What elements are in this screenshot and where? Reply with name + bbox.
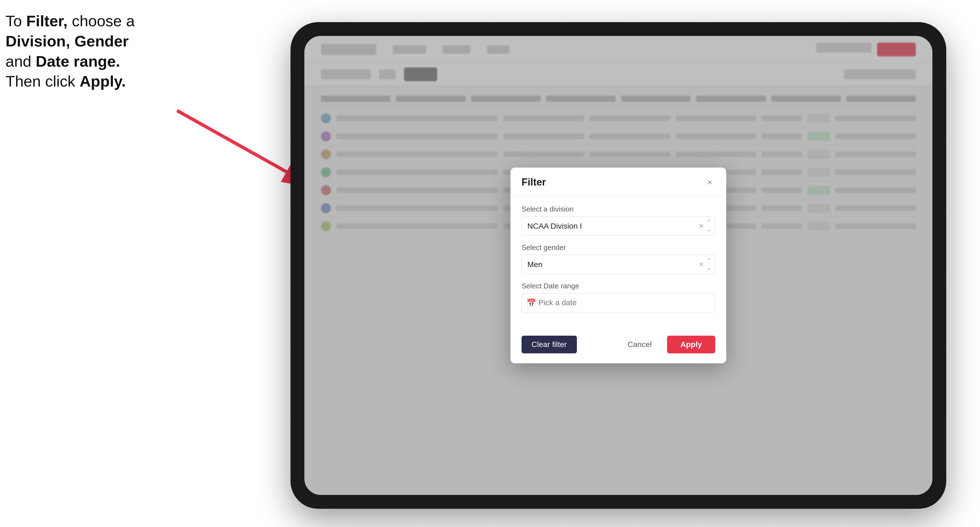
modal-close-button[interactable]: × — [704, 177, 715, 188]
cancel-button[interactable]: Cancel — [617, 336, 662, 353]
instruction-text: To Filter, choose a Division, Gender and… — [6, 11, 161, 92]
clear-filter-button[interactable]: Clear filter — [522, 336, 577, 353]
modal-overlay: Filter × Select a division NCAA Division… — [304, 36, 932, 495]
division-clear-icon[interactable]: × — [699, 221, 703, 230]
date-label: Select Date range — [522, 282, 715, 290]
division-select[interactable]: NCAA Division I — [522, 216, 715, 236]
division-label: Select a division — [522, 205, 715, 213]
filter-modal: Filter × Select a division NCAA Division… — [511, 168, 726, 364]
gender-form-group: Select gender Men × ⌃⌄ — [522, 243, 715, 274]
modal-footer-right: Cancel Apply — [617, 336, 715, 353]
date-input-wrapper: 📅 — [522, 293, 715, 313]
division-select-wrapper: NCAA Division I × ⌃⌄ — [522, 216, 715, 236]
apply-button[interactable]: Apply — [667, 336, 715, 353]
gender-select[interactable]: Men — [522, 255, 715, 274]
tablet-frame: Filter × Select a division NCAA Division… — [291, 22, 946, 509]
gender-clear-icon[interactable]: × — [699, 260, 703, 269]
modal-title: Filter — [522, 176, 546, 188]
gender-select-wrapper: Men × ⌃⌄ — [522, 255, 715, 274]
division-form-group: Select a division NCAA Division I × ⌃⌄ — [522, 205, 715, 236]
modal-footer: Clear filter Cancel Apply — [511, 329, 726, 364]
tablet-screen: Filter × Select a division NCAA Division… — [304, 36, 932, 495]
modal-header: Filter × — [511, 168, 726, 196]
date-form-group: Select Date range 📅 — [522, 282, 715, 313]
gender-label: Select gender — [522, 243, 715, 252]
modal-body: Select a division NCAA Division I × ⌃⌄ — [511, 196, 726, 329]
date-input[interactable] — [522, 293, 715, 313]
